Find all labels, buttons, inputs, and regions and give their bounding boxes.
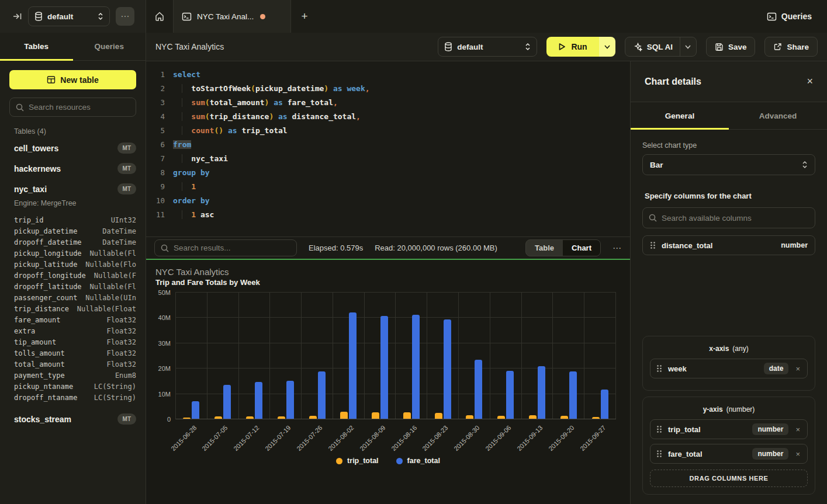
bar-fare_total[interactable] xyxy=(412,315,420,419)
available-column-item[interactable]: distance_totalnumber xyxy=(642,235,815,255)
editor-line: 5 count() as trip_total xyxy=(146,123,630,137)
save-button[interactable]: Save xyxy=(706,37,756,57)
bar-fare_total[interactable] xyxy=(318,371,326,419)
queries-button[interactable]: Queries xyxy=(767,12,812,22)
drag-columns-drop-zone[interactable]: DRAG COLUMNS HERE xyxy=(650,470,808,487)
topbar-more-button[interactable]: ⋯ xyxy=(116,7,134,26)
bar-trip_total[interactable] xyxy=(529,415,537,419)
sidebar-table-item[interactable]: stocks_streamMT xyxy=(0,409,146,429)
run-button-group: Run xyxy=(546,37,615,57)
bar-trip_total[interactable] xyxy=(214,416,222,419)
column-item: dropoff_latitudeNullable(Fl xyxy=(0,281,146,292)
axis-column-name: week xyxy=(668,364,687,373)
bar-trip_total[interactable] xyxy=(592,417,600,419)
column-type: Float32 xyxy=(106,338,136,346)
bar-trip_total[interactable] xyxy=(372,412,379,419)
results-search xyxy=(154,239,297,256)
line-code: from xyxy=(173,140,191,149)
home-button[interactable] xyxy=(146,0,173,33)
share-button[interactable]: Share xyxy=(764,37,818,57)
sql-ai-options-button[interactable] xyxy=(680,37,696,56)
drag-handle-icon[interactable] xyxy=(656,450,662,458)
bar-fare_total[interactable] xyxy=(569,371,577,419)
bar-fare_total[interactable] xyxy=(506,371,514,419)
chart-plot-groups xyxy=(175,293,616,419)
sidebar-table-item[interactable]: cell_towersMT xyxy=(0,138,146,158)
bar-fare_total[interactable] xyxy=(444,319,451,419)
results-search-input[interactable] xyxy=(174,244,290,252)
column-item: trip_distanceNullable(Float xyxy=(0,303,146,314)
y-axis-card: y-axis(number) trip_totalnumber×fare_tot… xyxy=(642,397,815,495)
results-more-button[interactable]: ⋯ xyxy=(613,243,622,253)
bar-fare_total[interactable] xyxy=(255,382,262,419)
run-options-button[interactable] xyxy=(599,37,615,57)
sidebar-table-item[interactable]: nyc_taxiMT xyxy=(0,179,146,199)
queries-label: Queries xyxy=(781,12,812,21)
drag-handle-icon[interactable] xyxy=(650,241,656,249)
new-tab-button[interactable]: + xyxy=(291,0,318,33)
view-toggle-chart[interactable]: Chart xyxy=(563,240,600,256)
x-tick: 2015-08-30 xyxy=(459,419,490,457)
bar-fare_total[interactable] xyxy=(601,390,608,419)
editor-line: 2 toStartOfWeek(pickup_datetime) as week… xyxy=(146,81,630,95)
x-tick: 2015-08-16 xyxy=(396,419,427,457)
run-button[interactable]: Run xyxy=(546,37,598,57)
bar-fare_total[interactable] xyxy=(286,381,294,419)
axis-column-item[interactable]: fare_totalnumber× xyxy=(650,444,808,464)
bar-trip_total[interactable] xyxy=(435,413,442,419)
sidebar-table-item[interactable]: hackernewsMT xyxy=(0,158,146,179)
drag-handle-icon[interactable] xyxy=(656,425,662,433)
close-icon[interactable]: × xyxy=(807,75,813,88)
bar-group xyxy=(459,293,490,419)
bar-group xyxy=(239,293,271,419)
bar-fare_total[interactable] xyxy=(380,316,388,419)
bar-trip_total[interactable] xyxy=(497,416,505,419)
view-toggle-table[interactable]: Table xyxy=(526,240,563,256)
sql-ai-button[interactable]: SQL AI xyxy=(625,37,697,57)
available-columns-list: distance_totalnumber xyxy=(642,235,815,255)
bar-trip_total[interactable] xyxy=(309,416,317,419)
bar-fare_total[interactable] xyxy=(475,360,482,419)
topbar-right: Queries xyxy=(767,0,827,33)
sidebar-tab-queries[interactable]: Queries xyxy=(73,33,146,60)
columns-search-input[interactable] xyxy=(662,214,809,223)
legend-item[interactable]: fare_total xyxy=(396,457,440,465)
axis-column-item[interactable]: trip_totalnumber× xyxy=(650,419,808,439)
tab-nyc-taxi-analytics[interactable]: NYC Taxi Anal... xyxy=(173,0,291,33)
collapse-sidebar-button[interactable] xyxy=(13,12,22,20)
chart-type-select[interactable]: Bar xyxy=(642,154,815,175)
tab-general[interactable]: General xyxy=(631,102,729,129)
line-code: order by xyxy=(173,196,210,205)
new-table-label: New table xyxy=(60,75,98,85)
topbar-left: default ⋯ xyxy=(0,0,146,33)
new-table-button[interactable]: New table xyxy=(9,70,136,89)
x-tick: 2015-07-12 xyxy=(238,419,270,457)
bar-trip_total[interactable] xyxy=(403,412,411,419)
bar-trip_total[interactable] xyxy=(278,416,285,419)
drag-handle-icon[interactable] xyxy=(656,364,662,373)
bar-fare_total[interactable] xyxy=(192,401,199,419)
tab-advanced[interactable]: Advanced xyxy=(729,102,827,129)
sql-editor[interactable]: 1select2 toStartOfWeek(pickup_datetime) … xyxy=(146,61,630,237)
remove-column-icon[interactable]: × xyxy=(794,364,801,373)
bar-trip_total[interactable] xyxy=(560,416,568,419)
bar-fare_total[interactable] xyxy=(223,385,231,419)
sidebar-tab-tables[interactable]: Tables xyxy=(0,33,73,60)
bar-fare_total[interactable] xyxy=(349,312,357,419)
bar-fare_total[interactable] xyxy=(538,366,545,419)
save-icon xyxy=(715,43,724,51)
bar-trip_total[interactable] xyxy=(340,412,348,419)
remove-column-icon[interactable]: × xyxy=(794,425,801,434)
sidebar-search-input[interactable] xyxy=(29,103,130,112)
column-name: fare_amount xyxy=(14,316,60,324)
axis-column-item[interactable]: weekdate× xyxy=(650,359,808,378)
column-item: tip_amountFloat32 xyxy=(0,336,146,347)
remove-column-icon[interactable]: × xyxy=(794,450,801,458)
toolbar-database-selector[interactable]: default xyxy=(438,37,537,57)
bar-trip_total[interactable] xyxy=(246,416,254,419)
run-label: Run xyxy=(571,42,587,51)
bar-trip_total[interactable] xyxy=(183,418,191,419)
bar-trip_total[interactable] xyxy=(466,415,473,419)
legend-item[interactable]: trip_total xyxy=(336,457,378,465)
topbar-database-selector[interactable]: default xyxy=(28,6,110,26)
